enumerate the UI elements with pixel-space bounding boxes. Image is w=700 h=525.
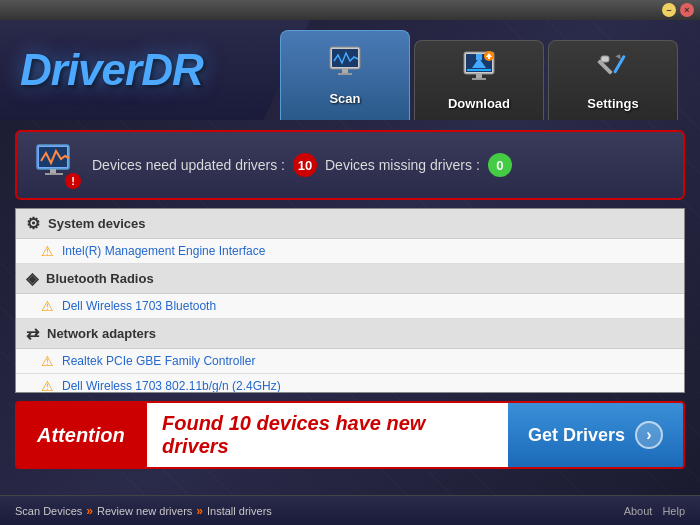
breadcrumb-arrow-2: » [196, 504, 203, 518]
system-category-label: System devices [48, 216, 146, 231]
settings-tab-label: Settings [587, 96, 638, 111]
arrow-icon: › [635, 421, 663, 449]
svg-rect-15 [601, 56, 609, 62]
device-list[interactable]: ⚙ System devices ⚠ Intel(R) Management E… [15, 208, 685, 393]
breadcrumb-arrow-1: » [86, 504, 93, 518]
about-link[interactable]: About [624, 505, 653, 517]
download-tab-label: Download [448, 96, 510, 111]
device-name: Intel(R) Management Engine Interface [62, 244, 265, 258]
svg-rect-20 [50, 169, 56, 173]
missing-label: Devices missing drivers : [325, 157, 480, 173]
alert-badge: ! [65, 173, 81, 189]
svg-rect-7 [476, 54, 482, 60]
network-category-icon: ⇄ [26, 324, 39, 343]
svg-rect-9 [476, 74, 482, 78]
device-name: Realtek PCIe GBE Family Controller [62, 354, 255, 368]
attention-message: Found 10 devices have new drivers [147, 403, 508, 467]
breadcrumb-item-review[interactable]: Review new drivers [97, 505, 192, 517]
breadcrumb-item-install[interactable]: Install drivers [207, 505, 272, 517]
bluetooth-category-label: Bluetooth Radios [46, 271, 154, 286]
help-link[interactable]: Help [662, 505, 685, 517]
scan-tab-icon [325, 45, 365, 87]
action-bar: Attention Found 10 devices have new driv… [15, 401, 685, 469]
content-area: ! Devices need updated drivers : 10 Devi… [0, 120, 700, 479]
svg-rect-2 [342, 69, 348, 73]
app-logo: DriverDR [20, 45, 203, 95]
list-item[interactable]: ⚠ Intel(R) Management Engine Interface [16, 239, 684, 264]
svg-rect-13 [488, 57, 490, 59]
close-button[interactable]: × [680, 3, 694, 17]
warning-icon: ⚠ [41, 378, 54, 393]
download-tab-icon [459, 50, 499, 92]
tab-scan[interactable]: Scan [280, 30, 410, 120]
attention-label: Attention [17, 403, 147, 467]
tab-download[interactable]: Download [414, 40, 544, 120]
list-item[interactable]: ⚠ Dell Wireless 1703 Bluetooth [16, 294, 684, 319]
category-system: ⚙ System devices [16, 209, 684, 239]
title-bar: – × [0, 0, 700, 20]
header: DriverDR Scan [0, 20, 700, 120]
status-bar: ! Devices need updated drivers : 10 Devi… [15, 130, 685, 200]
device-name: Dell Wireless 1703 802.11b/g/n (2.4GHz) [62, 379, 281, 393]
category-network: ⇄ Network adapters [16, 319, 684, 349]
svg-rect-8 [467, 69, 491, 71]
status-text: Devices need updated drivers : 10 Device… [92, 153, 512, 177]
svg-rect-10 [472, 78, 486, 80]
settings-tab-icon [593, 50, 633, 92]
tab-settings[interactable]: Settings [548, 40, 678, 120]
warning-icon: ⚠ [41, 298, 54, 314]
app-container: DriverDR Scan [0, 20, 700, 525]
need-update-count: 10 [293, 153, 317, 177]
network-category-label: Network adapters [47, 326, 156, 341]
scan-tab-label: Scan [329, 91, 360, 106]
breadcrumb: Scan Devices » Review new drivers » Inst… [15, 504, 272, 518]
list-item[interactable]: ⚠ Realtek PCIe GBE Family Controller [16, 349, 684, 374]
list-item[interactable]: ⚠ Dell Wireless 1703 802.11b/g/n (2.4GHz… [16, 374, 684, 393]
logo-area: DriverDR [0, 20, 310, 120]
device-name: Dell Wireless 1703 Bluetooth [62, 299, 216, 313]
category-bluetooth: ◈ Bluetooth Radios [16, 264, 684, 294]
footer-links: About Help [624, 505, 685, 517]
warning-icon: ⚠ [41, 243, 54, 259]
missing-count: 0 [488, 153, 512, 177]
svg-rect-21 [45, 173, 63, 175]
minimize-button[interactable]: – [662, 3, 676, 17]
get-drivers-button[interactable]: Get Drivers › [508, 403, 683, 467]
bluetooth-category-icon: ◈ [26, 269, 38, 288]
svg-rect-3 [338, 73, 352, 75]
footer: Scan Devices » Review new drivers » Inst… [0, 495, 700, 525]
status-icon: ! [32, 143, 77, 187]
nav-tabs: Scan [280, 20, 700, 120]
warning-icon: ⚠ [41, 353, 54, 369]
need-update-label: Devices need updated drivers : [92, 157, 285, 173]
get-drivers-label: Get Drivers [528, 425, 625, 446]
breadcrumb-item-scan[interactable]: Scan Devices [15, 505, 82, 517]
system-category-icon: ⚙ [26, 214, 40, 233]
